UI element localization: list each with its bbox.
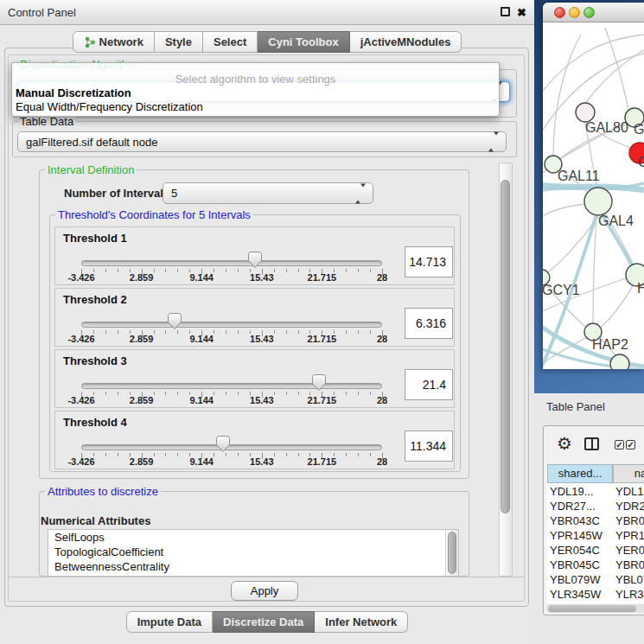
table-cell: YPR145W xyxy=(615,528,644,543)
slider-tick xyxy=(298,330,299,334)
tab-jactivemnodules[interactable]: jActiveMNodules xyxy=(350,31,462,53)
table-row[interactable]: YER054CYER054C xyxy=(546,543,644,558)
slider-thumb[interactable] xyxy=(215,435,231,453)
slider-tick xyxy=(177,269,178,272)
main-scrollbar-track[interactable] xyxy=(499,163,513,577)
slider-tick xyxy=(298,392,299,395)
slider-tick xyxy=(370,392,371,395)
number-of-intervals-combobox[interactable]: 5 xyxy=(163,182,373,204)
slider-tick-label: -3.426 xyxy=(67,272,94,283)
gear-icon[interactable]: ⚙ xyxy=(557,433,572,454)
network-edge xyxy=(543,204,586,216)
network-node-pink[interactable] xyxy=(576,103,595,122)
threshold-value-field[interactable]: 6.316 xyxy=(405,308,453,339)
table-panel-region: Table Panel ⚙ ✓ ✓ shared...name YDL19...… xyxy=(534,393,644,644)
tab-label: Network xyxy=(99,32,143,52)
table-cell: YER054C xyxy=(550,543,615,558)
network-edge xyxy=(593,215,596,323)
slider-track[interactable] xyxy=(81,322,382,328)
close-icon[interactable]: ✖ xyxy=(517,7,526,18)
slider-tick xyxy=(370,453,371,456)
table-row[interactable]: YLR345WYLR345W xyxy=(546,587,644,602)
select-all-checkbox-icon[interactable]: ✓ xyxy=(615,440,624,450)
table-row[interactable]: YIL052CYIL052C xyxy=(546,602,644,603)
attributes-group-label: Attributes to discretize xyxy=(45,485,161,498)
network-window-titlebar[interactable] xyxy=(543,3,644,22)
slider-tick xyxy=(286,330,287,334)
slider-thumb[interactable] xyxy=(247,251,263,269)
float-window-icon[interactable] xyxy=(501,7,510,16)
dropdown-item-equal-width-frequency-discretization[interactable]: Equal Width/Frequency Discretization xyxy=(16,100,203,113)
threshold-value-field[interactable]: 21.4 xyxy=(405,369,453,400)
main-scrollbar-thumb[interactable] xyxy=(501,180,510,513)
network-node-green[interactable] xyxy=(610,354,629,369)
network-node-green[interactable] xyxy=(584,188,612,215)
table-cell: YLR345W xyxy=(615,587,644,602)
slider-tick-label: 21.715 xyxy=(308,456,337,467)
bottom-tab-discretize-data[interactable]: Discretize Data xyxy=(213,611,315,633)
numerical-attributes-list[interactable]: SelfLoopsTopologicalCoefficientBetweenne… xyxy=(48,529,459,577)
table-data-combobox[interactable]: galFiltered.sif default node xyxy=(17,131,507,152)
apply-button[interactable]: Apply xyxy=(231,581,298,601)
slider-thumb[interactable] xyxy=(167,312,182,330)
minimize-traffic-icon[interactable] xyxy=(569,7,580,18)
slider-tick xyxy=(226,330,226,334)
dropdown-prompt-item[interactable]: Select algorithm to view settings xyxy=(12,73,499,86)
number-of-intervals-value: 5 xyxy=(171,187,177,200)
node-attribute-table[interactable]: shared...name YDL19...YDL19...YDR27...YD… xyxy=(546,464,644,603)
slider-tick xyxy=(105,453,106,456)
close-traffic-icon[interactable] xyxy=(554,7,565,18)
network-node-label: GAL xyxy=(634,122,644,137)
threshold-panel-3: Threshold 3-3.4262.8599.14415.4321.71528… xyxy=(54,349,455,408)
dropdown-item-manual-discretization[interactable]: Manual Discretization xyxy=(16,86,131,99)
bottom-tab-impute-data[interactable]: Impute Data xyxy=(126,611,213,633)
split-columns-icon[interactable] xyxy=(584,437,599,450)
threshold-panel-4: Threshold 4-3.4262.8599.14415.4321.71528… xyxy=(54,411,455,469)
attributes-scrollbar-thumb[interactable] xyxy=(448,532,456,574)
table-row[interactable]: YDL19...YDL19... xyxy=(546,484,644,499)
network-canvas[interactable]: GAL80GALCGAL11GAL4HGCY1HAP2 xyxy=(543,22,644,369)
table-hscrollbar[interactable] xyxy=(546,604,644,613)
table-row[interactable]: YBR045CYBR045C xyxy=(546,558,644,572)
tab-select[interactable]: Select xyxy=(203,31,258,53)
table-row[interactable]: YPR145WYPR145W xyxy=(546,528,644,543)
attribute-list-item[interactable]: BetweennessCentrality xyxy=(48,559,458,574)
slider-tick xyxy=(154,453,155,456)
table-column-header-name[interactable]: name xyxy=(613,464,644,483)
slider-tick xyxy=(177,392,178,395)
attributes-scrollbar[interactable] xyxy=(445,530,458,576)
threshold-label: Threshold 4 xyxy=(63,416,127,429)
slider-tick xyxy=(226,453,226,456)
slider-tick xyxy=(165,269,166,272)
slider-track[interactable] xyxy=(81,444,382,450)
slider-tick xyxy=(105,269,106,272)
slider-thumb[interactable] xyxy=(311,373,327,392)
table-row[interactable]: YBR043CYBR043C xyxy=(546,513,644,528)
table-hscrollbar-thumb[interactable] xyxy=(548,605,636,612)
tab-network[interactable]: Network xyxy=(73,31,155,53)
tab-style[interactable]: Style xyxy=(155,31,203,53)
table-row[interactable]: YBL079WYBL079W xyxy=(546,572,644,587)
attribute-list-item[interactable]: SelfLoops xyxy=(48,530,458,545)
table-cell: YDR27... xyxy=(550,499,615,513)
zoom-traffic-icon[interactable] xyxy=(583,7,595,18)
network-node-label: HAP2 xyxy=(592,337,628,352)
attribute-list-item[interactable]: TopologicalCoefficient xyxy=(48,545,458,559)
slider-track[interactable] xyxy=(81,383,382,389)
table-data-combo-value: galFiltered.sif default node xyxy=(26,136,157,149)
network-node-label: H xyxy=(637,281,644,296)
table-column-header-shared-name[interactable]: shared... xyxy=(547,464,613,483)
table-row[interactable]: YDR27...YDR27... xyxy=(546,499,644,513)
threshold-value-field[interactable]: 11.344 xyxy=(405,430,453,462)
bottom-tab-infer-network[interactable]: Infer Network xyxy=(315,611,408,633)
select-none-checkbox-icon[interactable]: ✓ xyxy=(626,440,635,450)
tab-cyni-toolbox[interactable]: Cyni Toolbox xyxy=(258,31,349,53)
slider-track[interactable] xyxy=(81,260,382,266)
slider-tick xyxy=(274,330,275,334)
slider-tick xyxy=(238,330,239,334)
network-node-label: GAL4 xyxy=(598,214,634,228)
slider-tick-label: 9.144 xyxy=(189,395,214,405)
threshold-value-field[interactable]: 14.713 xyxy=(405,246,453,277)
table-cell: YLR345W xyxy=(550,587,615,602)
slider-tick xyxy=(118,392,118,395)
